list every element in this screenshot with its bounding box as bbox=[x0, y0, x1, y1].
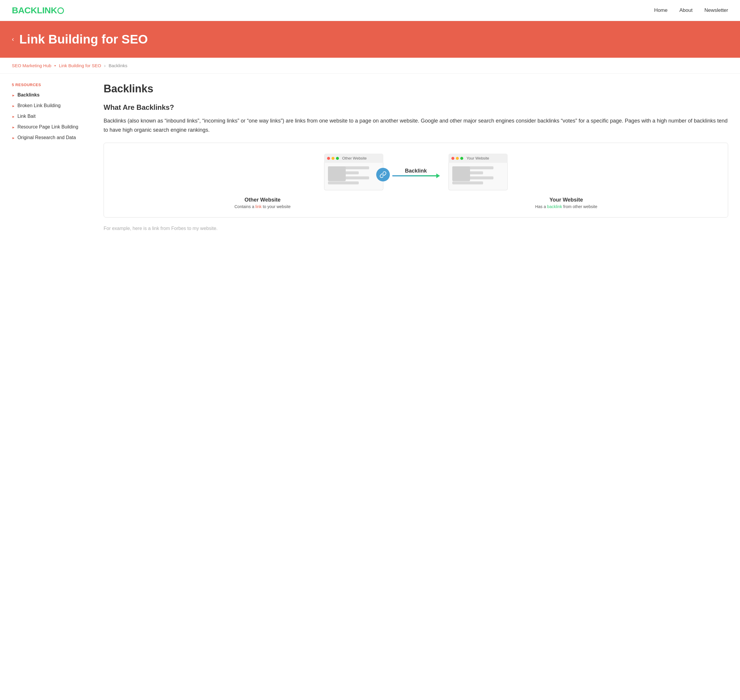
sidebar-list: ► Backlinks ► Broken Link Building ► Lin… bbox=[12, 92, 89, 140]
browser-body-yours bbox=[449, 163, 508, 190]
breadcrumb-sep1: • bbox=[54, 63, 56, 68]
body-paragraph: Backlinks (also known as “inbound links”… bbox=[104, 116, 728, 134]
breadcrumb-sep2: › bbox=[104, 63, 106, 68]
hero-title: Link Building for SEO bbox=[19, 32, 148, 47]
arrow-icon: ► bbox=[12, 136, 15, 140]
nav-about[interactable]: About bbox=[679, 7, 692, 13]
arrow-line bbox=[392, 175, 440, 176]
sidebar-item-link-bait[interactable]: ► Link Bait bbox=[12, 114, 89, 119]
your-sub-suffix: from other website bbox=[562, 204, 597, 209]
arrow-icon: ► bbox=[12, 115, 15, 118]
page-title: Backlinks bbox=[104, 82, 728, 95]
arrow-icon: ► bbox=[12, 125, 15, 129]
dot-yellow bbox=[456, 157, 459, 160]
other-website-browser: Other Website bbox=[324, 154, 383, 190]
sidebar-item-resource-page[interactable]: ► Resource Page Link Building bbox=[12, 124, 89, 129]
sidebar-item-label: Backlinks bbox=[18, 92, 40, 98]
dot-red bbox=[452, 157, 455, 160]
other-sub-suffix: to your website bbox=[262, 204, 291, 209]
backlink-diagram: Other Website bbox=[104, 143, 728, 218]
sidebar-item-label: Link Bait bbox=[18, 114, 35, 119]
your-sub-prefix: Has a bbox=[535, 204, 547, 209]
nav-home[interactable]: Home bbox=[654, 7, 668, 13]
content-area: 5 RESOURCES ► Backlinks ► Broken Link Bu… bbox=[0, 74, 740, 240]
sidebar-item-label: Broken Link Building bbox=[18, 103, 61, 108]
arrow-section: Backlink bbox=[392, 168, 440, 176]
browser-chrome-other: Other Website bbox=[324, 154, 383, 163]
main-content: Backlinks What Are Backlinks? Backlinks … bbox=[104, 82, 728, 231]
dot-yellow bbox=[331, 157, 334, 160]
your-website-sub: Has a backlink from other website bbox=[535, 204, 597, 209]
browser-tab-yours: Your Website bbox=[466, 156, 489, 160]
your-website-label-group: Your Website Has a backlink from other w… bbox=[535, 197, 597, 209]
sidebar-item-backlinks[interactable]: ► Backlinks bbox=[12, 92, 89, 98]
other-website-sub: Contains a link to your website bbox=[234, 204, 291, 209]
other-website-label-group: Other Website Contains a link to your we… bbox=[234, 197, 291, 209]
dot-red bbox=[327, 157, 330, 160]
breadcrumb-section-link[interactable]: Link Building for SEO bbox=[59, 63, 101, 68]
nav-links: Home About Newsletter bbox=[654, 7, 728, 13]
backlink-arrow-label: Backlink bbox=[405, 168, 427, 174]
footer-note: For example, here is a link from Forbes … bbox=[104, 226, 728, 231]
arrow-icon: ► bbox=[12, 94, 15, 97]
your-website-title: Your Website bbox=[535, 197, 597, 203]
sidebar-item-label: Resource Page Link Building bbox=[18, 124, 78, 129]
diagram-inner: Other Website bbox=[112, 154, 719, 190]
nav-newsletter[interactable]: Newsletter bbox=[705, 7, 728, 13]
sidebar-item-original-research[interactable]: ► Original Research and Data bbox=[12, 135, 89, 140]
arrow-icon: ► bbox=[12, 104, 15, 108]
line4 bbox=[452, 181, 483, 184]
sidebar: 5 RESOURCES ► Backlinks ► Broken Link Bu… bbox=[12, 82, 89, 231]
hero-banner: ‹ Link Building for SEO bbox=[0, 21, 740, 58]
browser-chrome-yours: Your Website bbox=[449, 154, 508, 163]
link-icon-circle bbox=[376, 168, 390, 181]
logo[interactable]: BACKLINK bbox=[12, 5, 64, 15]
other-sub-prefix: Contains a bbox=[234, 204, 256, 209]
img-placeholder bbox=[452, 166, 470, 181]
link-icon bbox=[380, 171, 387, 178]
sidebar-item-label: Original Research and Data bbox=[18, 135, 76, 140]
resources-label: 5 RESOURCES bbox=[12, 82, 89, 87]
breadcrumb-current: Backlinks bbox=[109, 63, 127, 68]
dot-green bbox=[460, 157, 463, 160]
section1-title: What Are Backlinks? bbox=[104, 103, 728, 112]
back-arrow[interactable]: ‹ bbox=[12, 35, 14, 43]
dot-green bbox=[336, 157, 339, 160]
your-sub-link[interactable]: backlink bbox=[547, 204, 562, 209]
img-placeholder bbox=[328, 166, 346, 181]
diagram-labels: Other Website Contains a link to your we… bbox=[112, 197, 719, 209]
browser-tab-other: Other Website bbox=[342, 156, 367, 160]
other-sub-link[interactable]: link bbox=[256, 204, 262, 209]
breadcrumb-hub-link[interactable]: SEO Marketing Hub bbox=[12, 63, 51, 68]
your-website-browser: Your Website bbox=[449, 154, 508, 190]
sidebar-item-broken-link[interactable]: ► Broken Link Building bbox=[12, 103, 89, 108]
breadcrumb: SEO Marketing Hub • Link Building for SE… bbox=[0, 58, 740, 74]
line4 bbox=[328, 181, 359, 184]
browser-body-other bbox=[324, 163, 383, 190]
other-website-title: Other Website bbox=[234, 197, 291, 203]
navigation: BACKLINK Home About Newsletter bbox=[0, 0, 740, 21]
